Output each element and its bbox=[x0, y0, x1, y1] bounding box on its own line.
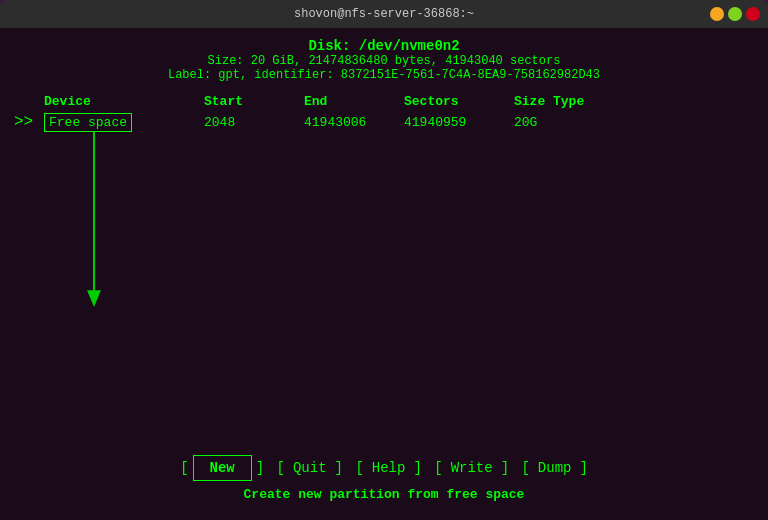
title-bar: shovon@nfs-server-36868:~ bbox=[0, 0, 768, 28]
new-button[interactable]: New bbox=[193, 455, 252, 481]
bracket-help-open: [ bbox=[347, 460, 364, 476]
window-controls bbox=[710, 7, 760, 21]
disk-title: Disk: /dev/nvme0n2 bbox=[14, 38, 754, 54]
col-start: Start bbox=[204, 94, 304, 109]
start-value: 2048 bbox=[204, 115, 304, 130]
quit-button[interactable]: Quit bbox=[289, 458, 331, 478]
bracket-dump-close: ] bbox=[579, 460, 587, 476]
row-indicator: >> bbox=[14, 113, 33, 131]
col-end: End bbox=[304, 94, 404, 109]
bracket-write-open: [ bbox=[426, 460, 443, 476]
bracket-write-close: ] bbox=[501, 460, 509, 476]
disk-size-line: Size: 20 GiB, 21474836480 bytes, 4194304… bbox=[14, 54, 754, 68]
end-value: 41943006 bbox=[304, 115, 404, 130]
arrow-svg bbox=[14, 132, 754, 332]
terminal: Disk: /dev/nvme0n2 Size: 20 GiB, 2147483… bbox=[0, 28, 768, 520]
minimize-button[interactable] bbox=[710, 7, 724, 21]
size-value: 20G bbox=[514, 115, 634, 130]
bracket-quit-close: ] bbox=[335, 460, 343, 476]
window-title: shovon@nfs-server-36868:~ bbox=[294, 7, 474, 21]
free-space-label: Free space bbox=[44, 113, 132, 132]
table-row: >> Free space 2048 41943006 41940959 20G bbox=[14, 113, 754, 132]
menu-buttons: [ New ] [ Quit ] [ Help ] [ Write ] [ Du… bbox=[180, 455, 588, 481]
device-cell: Free space bbox=[44, 113, 204, 132]
bottom-menu: [ New ] [ Quit ] [ Help ] [ Write ] [ Du… bbox=[14, 447, 754, 510]
write-button[interactable]: Write bbox=[447, 458, 497, 478]
bracket-new-open: [ bbox=[180, 460, 188, 476]
bracket-help-close: ] bbox=[413, 460, 421, 476]
close-button[interactable] bbox=[746, 7, 760, 21]
table-header: Device Start End Sectors Size Type bbox=[14, 94, 754, 111]
bracket-dump-open: [ bbox=[513, 460, 530, 476]
arrow-area bbox=[14, 132, 754, 332]
partition-table: Device Start End Sectors Size Type >> Fr… bbox=[14, 94, 754, 447]
col-device: Device bbox=[44, 94, 204, 109]
dump-button[interactable]: Dump bbox=[534, 458, 576, 478]
col-sectors: Sectors bbox=[404, 94, 514, 109]
disk-info: Disk: /dev/nvme0n2 Size: 20 GiB, 2147483… bbox=[14, 38, 754, 82]
bracket-quit-open: [ bbox=[268, 460, 285, 476]
col-size-type: Size Type bbox=[514, 94, 634, 109]
sectors-value: 41940959 bbox=[404, 115, 514, 130]
help-button[interactable]: Help bbox=[368, 458, 410, 478]
maximize-button[interactable] bbox=[728, 7, 742, 21]
disk-label-line: Label: gpt, identifier: 8372151E-7561-7C… bbox=[14, 68, 754, 82]
bracket-new-close: ] bbox=[256, 460, 264, 476]
table-row-content: Free space 2048 41943006 41940959 20G bbox=[44, 113, 754, 132]
status-text: Create new partition from free space bbox=[244, 487, 525, 502]
